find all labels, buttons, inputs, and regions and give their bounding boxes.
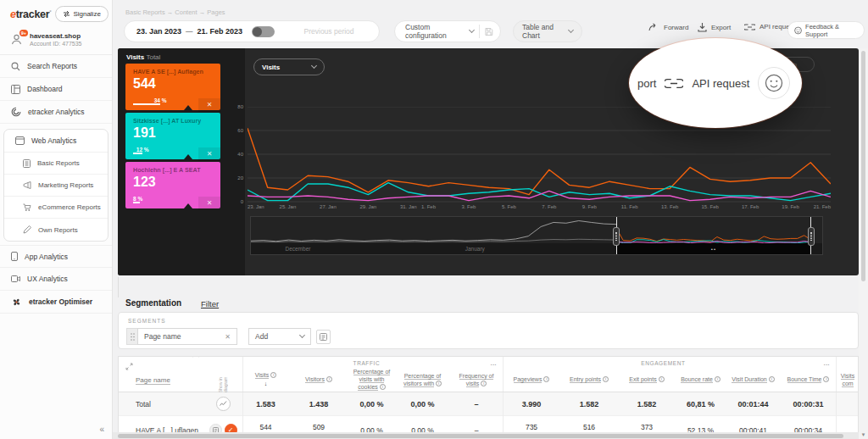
sidebar-collapse-button[interactable]: « [99, 425, 103, 434]
notification-badge: 9+ [19, 30, 28, 36]
column-header-visits-com[interactable]: Visits com [836, 373, 859, 388]
x-axis-tick-label: 19. Feb [782, 204, 798, 209]
sidebar-item-own-reports[interactable]: Own Reports [4, 219, 108, 241]
signalize-button[interactable]: Signalize [55, 6, 108, 22]
previous-period-toggle[interactable] [252, 26, 275, 37]
info-icon[interactable]: i [270, 372, 276, 378]
column-header-exit-points[interactable]: Exit pointsi [618, 376, 676, 384]
vertical-scrollbar[interactable]: ▾ [859, 48, 868, 439]
signalize-label: Signalize [73, 10, 100, 18]
info-icon[interactable]: i [543, 376, 549, 382]
etracker-analytics-app: etracker° Signalize 9+ haveaseat.shop Ac… [0, 0, 868, 439]
column-header-frequency-of-visits[interactable]: Frequency of visitsi [450, 373, 503, 388]
selection-drag-dots[interactable]: •• [711, 247, 716, 252]
minimap-selection[interactable]: •• [616, 217, 810, 254]
traffic-group-header: TRAFFIC ... [242, 360, 503, 366]
custom-configuration-select[interactable]: Custom configuration [394, 20, 501, 42]
sidebar-item-ecommerce-reports[interactable]: eCommerce Reports [4, 197, 108, 219]
scroll-down-arrow[interactable]: ▾ [859, 431, 868, 438]
show-in-diagram-toggle[interactable] [216, 397, 231, 411]
segment-settings-button[interactable] [316, 330, 331, 344]
date-to[interactable]: 21. Feb 2023 [198, 27, 243, 36]
filter-link[interactable]: Filter [201, 299, 219, 308]
column-header-bounce-time[interactable]: Bounce Timei [781, 376, 836, 384]
column-header-visits[interactable]: Visitsi↓ [242, 372, 289, 388]
x-axis-tick-label: 17. Feb [742, 204, 759, 209]
info-icon[interactable]: i [380, 384, 386, 390]
minimap-month-label: January [465, 246, 485, 252]
column-header-visit-duration[interactable]: Visit Durationi [726, 376, 781, 384]
segment-card-1[interactable]: HAVE A SE [...] Auflagen 544 34 % ✕ [125, 64, 220, 110]
remove-chip-icon[interactable]: ✕ [225, 333, 231, 341]
traffic-more-button[interactable]: ... [491, 360, 497, 366]
info-icon[interactable]: i [326, 376, 332, 382]
breadcrumb[interactable]: Basic Reports → Content → Pages [125, 8, 225, 16]
info-icon[interactable]: i [603, 376, 609, 382]
info-icon[interactable]: i [823, 376, 829, 382]
remove-segment-icon[interactable]: ✕ [198, 98, 220, 112]
sidebar-item-basic-reports[interactable]: Basic Reports [4, 153, 108, 175]
expand-table-icon[interactable] [125, 363, 133, 370]
etracker-logo[interactable]: etracker° [10, 8, 51, 20]
segment-card-3[interactable]: Hochlehn [...] E A SEAT 123 8 % ✕ [125, 162, 220, 208]
remove-segment-icon[interactable]: ✕ [198, 147, 220, 161]
sidebar-item-app-analytics[interactable]: App Analytics [0, 245, 112, 268]
minimap-right-handle[interactable] [808, 227, 815, 246]
info-icon[interactable]: i [715, 376, 721, 382]
sidebar-item-marketing-reports[interactable]: Marketing Reports [4, 175, 108, 197]
table-row-total[interactable]: Total 1.583 1.438 0,00 % 0,00 % – 3.990 … [119, 392, 858, 416]
horizontal-scrollbar[interactable] [113, 432, 859, 439]
segment-card-2[interactable]: Sitzkisse [...] AT Luxury 191 12 % ✕ [125, 113, 220, 159]
sidebar-item-web-analytics[interactable]: Web Analytics [4, 130, 108, 153]
column-header-bounce-rate[interactable]: Bounce ratei [676, 376, 726, 384]
column-header-pct-visits-cookies[interactable]: Percentage of visits with cookiesi [348, 369, 395, 391]
add-segment-select[interactable]: Add [248, 328, 311, 345]
x-axis-tick-label: 27. Jan [320, 204, 337, 209]
api-request-label-large[interactable]: API request [692, 77, 749, 90]
engagement-more-button[interactable]: ... [824, 360, 830, 366]
date-from[interactable]: 23. Jan 2023 [136, 27, 181, 36]
info-icon[interactable]: i [659, 376, 665, 382]
sidebar-item-search-reports[interactable]: Search Reports [0, 55, 112, 78]
feedback-support-button[interactable]: Feedback & Support [787, 21, 865, 39]
segment-card-value: 544 [133, 76, 214, 92]
minimap-left-handle[interactable] [613, 227, 620, 246]
sidebar-item-dashboard[interactable]: Dashboard [0, 78, 112, 101]
api-link-icon [744, 24, 755, 31]
x-axis-tick-label: 7. Feb [542, 204, 556, 209]
info-icon[interactable]: i [769, 376, 775, 382]
scrollbar-thumb[interactable] [118, 434, 843, 438]
export-button[interactable]: Export [698, 23, 731, 32]
view-mode-select[interactable]: Table and Chart [513, 20, 582, 42]
timeline-minimap[interactable]: •• DecemberJanuary [250, 216, 823, 255]
column-header-entry-points[interactable]: Entry pointsi [560, 376, 618, 384]
sidebar-item-ux-analytics[interactable]: UX Analytics [0, 268, 112, 291]
chevron-down-icon [311, 63, 317, 69]
column-header-visitors[interactable]: Visitorsi [289, 376, 348, 384]
scrollbar-thumb[interactable] [861, 51, 865, 281]
column-header-pageviews[interactable]: Pageviewsi [503, 376, 560, 384]
sidebar-item-etracker-analytics[interactable]: etracker Analytics [0, 101, 112, 124]
info-icon[interactable]: i [436, 381, 442, 386]
cart-icon [23, 203, 31, 212]
column-header-page-name[interactable]: Page name [119, 376, 203, 385]
x-axis-tick-label: 11. Feb [621, 204, 638, 209]
segment-drag-handle[interactable] [126, 328, 137, 345]
date-range-picker[interactable]: 23. Jan 2023 — 21. Feb 2023 Previous per… [124, 20, 380, 42]
column-header-pct-visitors-with[interactable]: Percentage of visitors withi [395, 373, 450, 388]
info-icon[interactable]: i [481, 381, 487, 386]
sort-desc-icon[interactable]: ↓ [244, 381, 287, 388]
divider [118, 277, 119, 297]
chart-metric-dropdown[interactable]: Visits [253, 58, 325, 75]
sidebar-item-label: etracker Optimiser [29, 297, 92, 306]
save-icon[interactable] [485, 27, 493, 36]
card-notch [184, 154, 192, 159]
feedback-smiley-button-large[interactable] [758, 67, 790, 99]
row-label: Total [119, 400, 203, 408]
sidebar-item-etracker-optimiser[interactable]: etracker Optimiser [0, 291, 112, 314]
remove-segment-icon[interactable]: ✕ [198, 197, 220, 210]
card-notch [184, 105, 192, 110]
forward-button[interactable]: Forward [648, 23, 688, 31]
segment-chip-page-name[interactable]: Page name ✕ [137, 328, 237, 345]
account-switcher[interactable]: 9+ haveaseat.shop Account ID: 477535 [0, 26, 112, 55]
